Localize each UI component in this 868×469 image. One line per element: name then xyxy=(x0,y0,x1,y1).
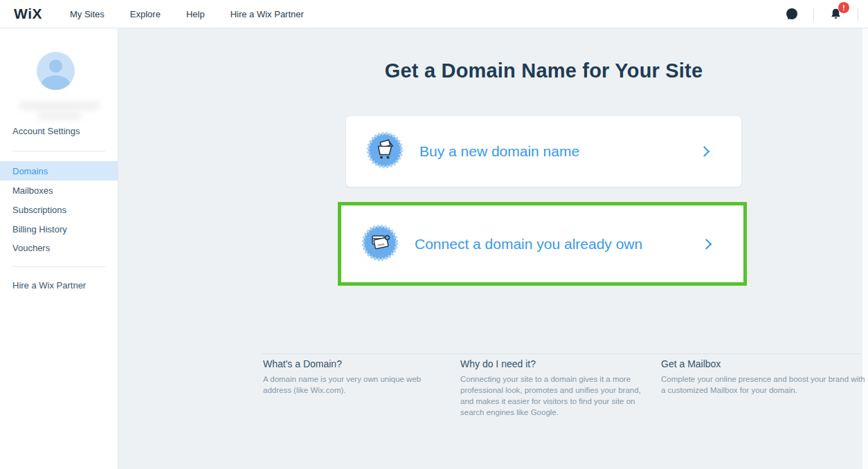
footer-col-why-need-it: Why do I need it? Connecting your site t… xyxy=(460,358,647,418)
account-sidebar: Account Settings Domains Mailboxes Subsc… xyxy=(0,28,118,469)
page-title: Get a Domain Name for Your Site xyxy=(346,59,741,82)
topbar-divider xyxy=(858,8,858,21)
footer-body: Complete your online presence and boost … xyxy=(661,374,868,396)
footer-heading: Get a Mailbox xyxy=(661,358,868,369)
www-page-badge-icon: www xyxy=(361,223,399,265)
buy-new-domain-card[interactable]: Buy a new domain name xyxy=(346,116,741,187)
blurred-account-name xyxy=(38,113,81,120)
wix-account-dashboard: WiX My Sites Explore Help Hire a Wix Par… xyxy=(0,0,868,469)
shopping-cart-badge-icon xyxy=(365,131,404,172)
bell-icon[interactable]: ! xyxy=(829,7,843,21)
top-nav: My Sites Explore Help Hire a Wix Partner xyxy=(70,9,304,19)
sidebar-item-hire-a-wix-partner[interactable]: Hire a Wix Partner xyxy=(12,280,118,291)
card-label: Buy a new domain name xyxy=(419,143,579,160)
sidebar-item-label: Billing History xyxy=(12,224,67,234)
card-label: Connect a domain you already own xyxy=(415,236,642,252)
sidebar-item-label: Vouchers xyxy=(12,243,50,253)
topbar: WiX My Sites Explore Help Hire a Wix Par… xyxy=(0,0,868,28)
avatar-shoulders xyxy=(42,75,70,90)
sidebar-item-label: Mailboxes xyxy=(12,185,53,196)
footer-heading: Why do I need it? xyxy=(460,358,647,369)
nav-explore[interactable]: Explore xyxy=(130,9,161,19)
avatar-head xyxy=(49,59,62,73)
notification-badge: ! xyxy=(838,2,849,13)
topbar-actions: ! xyxy=(785,0,858,28)
sidebar-item-label: Subscriptions xyxy=(12,205,66,215)
topbar-divider xyxy=(813,8,814,21)
sidebar-divider xyxy=(12,151,105,151)
chat-bubble-icon[interactable] xyxy=(785,8,799,21)
connect-domain-card[interactable]: www Connect a domain you already own xyxy=(341,205,743,282)
main-content: Get a Domain Name for Your Site Buy a ne… xyxy=(118,28,868,469)
footer-col-get-a-mailbox: Get a Mailbox Complete your online prese… xyxy=(661,358,868,396)
sidebar-divider xyxy=(12,266,105,267)
scrollbar-track xyxy=(862,28,868,469)
sidebar-item-vouchers[interactable]: Vouchers xyxy=(0,238,118,257)
chevron-right-icon xyxy=(699,146,710,157)
highlight-box: www Connect a domain you already own xyxy=(338,202,747,286)
sidebar-item-label: Domains xyxy=(12,166,48,176)
sidebar-item-domains[interactable]: Domains xyxy=(0,161,118,181)
footer-body: A domain name is your very own unique we… xyxy=(263,374,446,396)
sidebar-item-billing-history[interactable]: Billing History xyxy=(0,219,118,239)
sidebar-item-account-settings[interactable]: Account Settings xyxy=(12,126,118,136)
avatar xyxy=(37,52,75,90)
wix-logo[interactable]: WiX xyxy=(14,6,42,22)
nav-help[interactable]: Help xyxy=(186,9,205,19)
footer-heading: What's a Domain? xyxy=(263,358,446,369)
sidebar-item-mailboxes[interactable]: Mailboxes xyxy=(0,181,118,200)
nav-hire-a-wix-partner[interactable]: Hire a Wix Partner xyxy=(230,9,304,19)
footer-divider xyxy=(262,353,861,354)
chevron-right-icon xyxy=(701,239,712,250)
footer-body: Connecting your site to a domain gives i… xyxy=(460,374,647,418)
blurred-account-name xyxy=(19,102,100,110)
nav-my-sites[interactable]: My Sites xyxy=(70,9,105,19)
sidebar-item-subscriptions[interactable]: Subscriptions xyxy=(0,200,118,219)
footer-col-whats-a-domain: What's a Domain? A domain name is your v… xyxy=(263,358,446,396)
